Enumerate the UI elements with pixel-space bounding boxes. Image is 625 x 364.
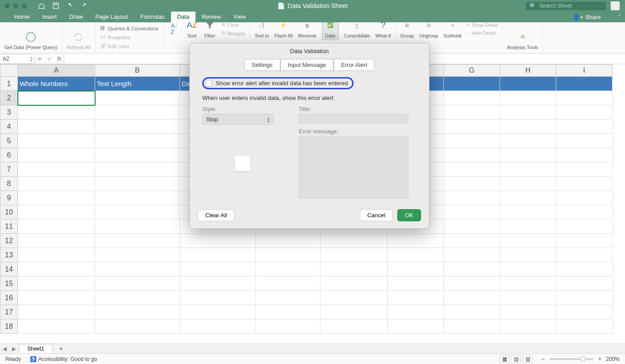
dialog-tabs: Settings Input Message Error Alert [190,59,429,71]
style-label: Style: [202,106,283,112]
alert-icon-preview [235,156,250,171]
clear-all-button[interactable]: Clear All [198,209,234,221]
chevron-updown-icon: ▴▾ [267,116,270,123]
dialog-tab-settings[interactable]: Settings [244,59,280,71]
data-validation-dialog: Data Validation Settings Input Message E… [189,43,429,229]
dialog-title: Data Validation [190,43,429,59]
error-message-textarea[interactable] [299,136,408,199]
style-dropdown[interactable]: Stop ▴▾ [202,114,274,125]
ok-button[interactable]: OK [397,209,421,221]
dialog-tab-input-message[interactable]: Input Message [280,59,333,71]
show-alert-checkbox-highlight: Show error alert after invalid data has … [202,77,354,89]
dialog-tab-error-alert[interactable]: Error Alert [333,59,375,71]
dialog-subtitle: When user enters invalid data, show this… [202,95,417,101]
cancel-button[interactable]: Cancel [360,209,393,221]
title-input[interactable] [299,114,408,124]
title-label: Title: [299,106,408,112]
error-message-label: Error message: [299,128,408,135]
modal-overlay: Data Validation Settings Input Message E… [0,0,625,364]
show-alert-checkbox-label: Show error alert after invalid data has … [216,80,348,87]
show-alert-checkbox[interactable] [205,80,212,87]
style-value: Stop [206,116,218,123]
